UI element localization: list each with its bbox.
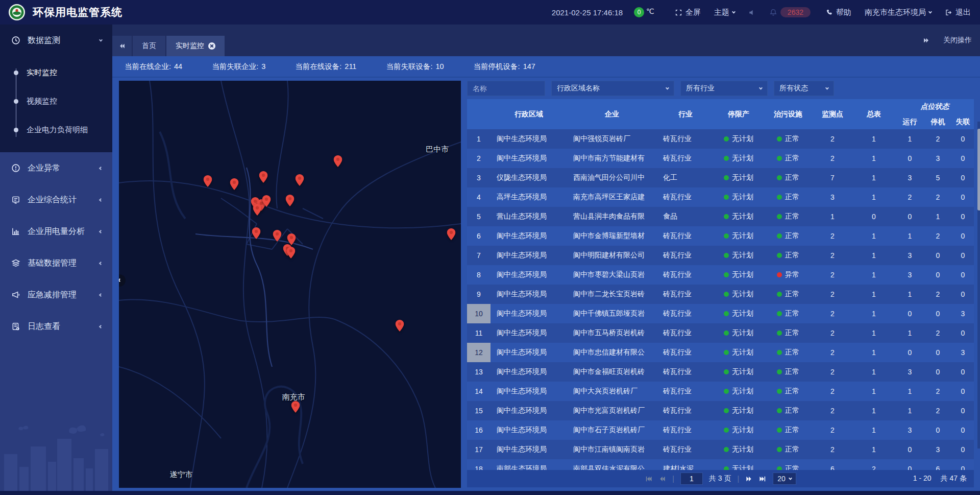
- cell-region: 阆中生态环境局: [491, 285, 567, 304]
- temperature-value: 0: [634, 7, 644, 17]
- map-pin-icon[interactable]: [262, 195, 271, 209]
- sidebar-item-5[interactable]: 应急减排管理: [0, 279, 112, 311]
- map-pin-icon[interactable]: [286, 195, 295, 208]
- page-size-select[interactable]: 20: [773, 473, 796, 485]
- double-chevron-right-icon: [745, 475, 753, 483]
- map-pin-icon[interactable]: [259, 171, 267, 185]
- tabs-scroll-right-button[interactable]: [923, 37, 930, 44]
- table-row[interactable]: 16阆中生态环境局阆中市石子页岩机砖厂砖瓦行业无计划正常21300: [467, 420, 974, 440]
- sidebar-item-1[interactable]: 企业异常: [0, 152, 112, 184]
- prev-page-button[interactable]: [658, 475, 666, 483]
- table-row[interactable]: 1阆中生态环境局阆中强锐页岩砖厂砖瓦行业无计划正常21120: [467, 129, 974, 149]
- layers-icon: [11, 258, 21, 268]
- sidebar-item-6[interactable]: 日志查看: [0, 311, 112, 342]
- page-range-label: 1 - 20: [913, 474, 932, 483]
- table-row[interactable]: 5营山生态环境局营山县润丰肉食品有限食品无计划正常10010: [467, 207, 974, 226]
- cell-stop-status: 无计划: [714, 149, 763, 168]
- tab-0[interactable]: 首页: [133, 36, 165, 56]
- map-pin-icon[interactable]: [252, 227, 260, 241]
- table-row[interactable]: 15阆中生态环境局阆中市光富页岩机砖厂砖瓦行业无计划正常21120: [467, 401, 974, 420]
- tab-close-icon[interactable]: [208, 42, 215, 50]
- chevron-down-icon: [732, 10, 736, 13]
- region-select[interactable]: 行政区域名称: [551, 81, 674, 96]
- cell-run-count: 0: [896, 207, 924, 226]
- map-pin-icon[interactable]: [447, 228, 455, 242]
- industry-select[interactable]: 所有行业: [680, 81, 768, 96]
- map-pin-icon[interactable]: [287, 247, 296, 261]
- table-row[interactable]: 7阆中生态环境局阆中明阳建材有限公司砖瓦行业无计划正常21300: [467, 246, 974, 265]
- tab-1[interactable]: 实时监控: [166, 36, 225, 56]
- cell-halt-count: 2: [924, 187, 952, 207]
- map-pin-icon[interactable]: [291, 401, 300, 415]
- cell-facility-status: 正常: [763, 149, 813, 168]
- map-pin-icon[interactable]: [203, 175, 212, 189]
- map-canvas[interactable]: 巴中市南充市遂宁市: [119, 81, 461, 488]
- cell-halt-count: 0: [924, 420, 952, 440]
- table-row[interactable]: 12阆中生态环境局阆中市忠信建材有限公砖瓦行业无计划正常21003: [467, 343, 974, 362]
- table-row[interactable]: 9阆中生态环境局阆中市二龙长宝页岩砖砖瓦行业无计划正常21120: [467, 285, 974, 304]
- tabs-scroll-left-button[interactable]: [112, 36, 132, 56]
- table-row[interactable]: 10阆中生态环境局阆中千佛镇五郎垭页岩砖瓦行业无计划正常21003: [467, 304, 974, 323]
- map-pin-icon[interactable]: [334, 155, 342, 169]
- row-number: 9: [467, 285, 491, 304]
- cell-region: 阆中生态环境局: [491, 265, 567, 285]
- sidebar-subitem-0-1[interactable]: 视频监控: [0, 87, 112, 115]
- table-row[interactable]: 2阆中生态环境局阆中市南方节能建材有砖瓦行业无计划正常21030: [467, 149, 974, 168]
- cell-monitor-count: 2: [813, 149, 852, 168]
- map-pin-icon[interactable]: [253, 204, 262, 218]
- logout-button[interactable]: 退出: [945, 8, 971, 17]
- table-row[interactable]: 4高坪生态环境局南充市高坪区王家店建砖瓦行业无计划正常31220: [467, 187, 974, 207]
- map-pin-icon[interactable]: [273, 230, 281, 244]
- cell-company: 阆中市忠信建材有限公: [567, 343, 657, 362]
- map-pin-icon[interactable]: [230, 178, 239, 192]
- sound-button[interactable]: [748, 9, 756, 16]
- help-button[interactable]: 帮助: [826, 8, 851, 17]
- cell-run-count: 3: [896, 362, 924, 382]
- tab-list: 首页实时监控: [133, 36, 226, 56]
- fullscreen-button[interactable]: 全屏: [675, 8, 701, 17]
- next-page-button[interactable]: [745, 475, 753, 483]
- bullet-icon: [14, 70, 18, 75]
- table-row[interactable]: 13阆中生态环境局阆中市金福旺页岩机砖砖瓦行业无计划正常21300: [467, 362, 974, 382]
- cell-facility-status: 异常: [763, 265, 813, 285]
- org-dropdown[interactable]: 南充市生态环境局: [865, 8, 932, 17]
- cell-facility-status: 正常: [763, 285, 813, 304]
- close-operations-button[interactable]: 关闭操作: [943, 36, 972, 45]
- map-pin-icon[interactable]: [396, 320, 404, 334]
- cell-region: 阆中生态环境局: [491, 246, 567, 265]
- table-row[interactable]: 17阆中生态环境局阆中市江南镇阆南页岩砖瓦行业无计划正常21030: [467, 440, 974, 459]
- status-select[interactable]: 所有状态: [774, 81, 834, 96]
- row-number: 10: [467, 304, 491, 323]
- cell-company: 阆中千佛镇五郎垭页岩: [567, 304, 657, 323]
- cell-meter-count: 1: [852, 420, 896, 440]
- table-row[interactable]: 14阆中生态环境局阆中大兴页岩机砖厂砖瓦行业无计划正常21120: [467, 382, 974, 401]
- name-search-input[interactable]: [467, 81, 545, 96]
- cell-stop-status: 无计划: [714, 304, 763, 323]
- table-row[interactable]: 11阆中生态环境局阆中市五马桥页岩机砖砖瓦行业无计划正常21120: [467, 323, 974, 343]
- last-page-button[interactable]: [759, 475, 767, 483]
- page-number-input[interactable]: [680, 473, 703, 485]
- filter-bar: 行政区域名称 所有行业 所有状态: [467, 81, 974, 96]
- sidebar-item-2[interactable]: 企业综合统计: [0, 184, 112, 216]
- sidebar-item-4[interactable]: 基础数据管理: [0, 247, 112, 279]
- first-page-button[interactable]: [645, 475, 652, 483]
- map-pin-icon[interactable]: [296, 174, 304, 188]
- sidebar-item-0[interactable]: 数据监测: [0, 25, 112, 56]
- scrollbar-thumb[interactable]: [977, 129, 980, 210]
- table-row[interactable]: 18南部生态环境局南部县双佳水泥有限公建材|水泥无计划正常62060: [467, 459, 974, 470]
- table-row[interactable]: 8阆中生态环境局阆中市枣碧大梁山页岩砖瓦行业无计划异常21300: [467, 265, 974, 285]
- table-row[interactable]: 6阆中生态环境局阆中市金博瑞新型墙材砖瓦行业无计划正常21120: [467, 226, 974, 246]
- cell-facility-status: 正常: [763, 362, 813, 382]
- sidebar-item-3[interactable]: 企业用电量分析: [0, 216, 112, 247]
- alert-icon: [11, 163, 21, 173]
- table-row[interactable]: 3仪陇生态环境局西南油气田分公司川中化工无计划正常71350: [467, 168, 974, 187]
- cell-industry: 化工: [657, 168, 714, 187]
- notifications-button[interactable]: 2632: [769, 7, 811, 17]
- status-dot-icon: [724, 195, 729, 200]
- status-dot-icon: [777, 214, 782, 219]
- table-scrollbar[interactable]: [977, 122, 980, 449]
- sidebar-subitem-0-0[interactable]: 实时监控: [0, 58, 112, 87]
- bullet-icon: [14, 128, 18, 132]
- theme-dropdown[interactable]: 主题: [714, 8, 735, 17]
- sidebar-subitem-0-2[interactable]: 企业电力负荷明细: [0, 115, 112, 144]
